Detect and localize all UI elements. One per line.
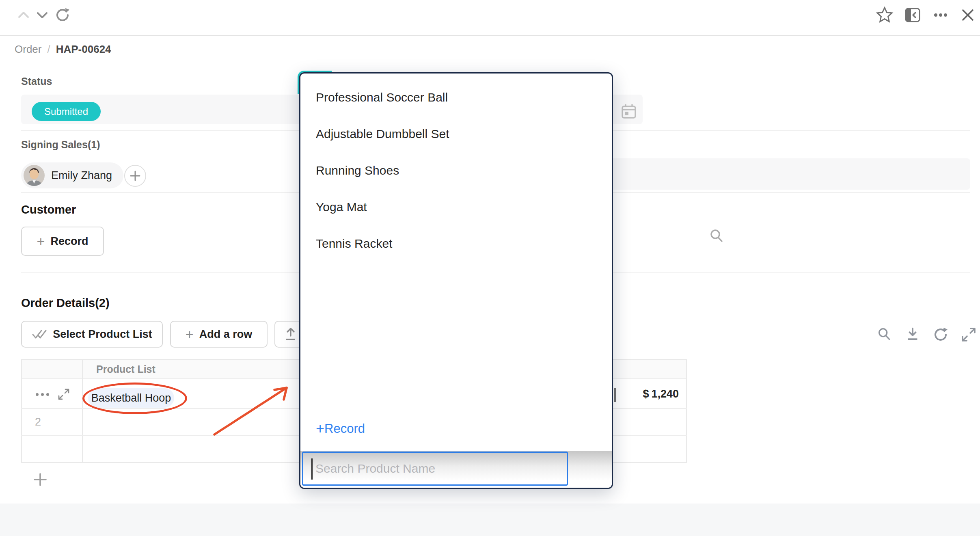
star-icon[interactable] (873, 4, 896, 26)
plus-icon: + (186, 327, 194, 341)
breadcrumb: Order / HAP-00624 (15, 43, 111, 56)
text-caret (311, 458, 313, 480)
add-customer-record-button[interactable]: + Record (21, 227, 104, 256)
breadcrumb-root[interactable]: Order (15, 43, 41, 56)
plus-icon: + (37, 234, 45, 248)
row-more-icon[interactable] (36, 393, 49, 396)
row-index: 2 (35, 416, 41, 428)
add-row-label: Add a row (199, 328, 253, 341)
dropdown-add-record-button[interactable]: + Record (316, 415, 365, 443)
record-button-label: Record (50, 235, 88, 248)
order-detail-page: Order / HAP-00624 Status Submitted Signi… (0, 0, 980, 536)
refresh-icon[interactable] (51, 4, 74, 26)
side-panel-icon[interactable] (901, 4, 924, 26)
window-toolbar (0, 0, 980, 36)
chevron-down-icon[interactable] (31, 4, 54, 26)
customer-label: Customer (21, 203, 76, 216)
breadcrumb-separator: / (47, 43, 50, 56)
product-search-input[interactable]: Search Product Name (302, 452, 568, 486)
dropdown-add-record-label: Record (324, 421, 365, 436)
add-row-button[interactable]: + Add a row (170, 321, 268, 348)
more-icon[interactable] (929, 4, 952, 26)
annotation-arrow (203, 378, 300, 447)
order-details-label: Order Details(2) (21, 296, 110, 310)
dropdown-item[interactable]: Tennis Racket (300, 225, 612, 262)
product-select-dropdown: Professional Soccer BallAdjustable Dumbb… (299, 72, 613, 489)
grid-refresh-icon[interactable] (929, 323, 952, 346)
select-product-list-button[interactable]: Select Product List (21, 321, 163, 348)
grid-search-icon[interactable] (873, 323, 896, 346)
column-header-product-list[interactable]: Product List (96, 363, 155, 375)
plus-icon: + (316, 421, 324, 436)
grid-expand-icon[interactable] (957, 323, 980, 346)
price-amount: 1,240 (651, 388, 679, 400)
close-icon[interactable] (956, 4, 979, 26)
sales-member-chip[interactable]: Emily Zhang (21, 162, 123, 188)
page-background (0, 504, 980, 536)
double-check-icon (32, 328, 47, 341)
dropdown-item[interactable]: Professional Soccer Ball (300, 79, 612, 116)
annotation-oval (82, 383, 187, 414)
calendar-icon[interactable] (620, 102, 638, 121)
breadcrumb-current: HAP-00624 (56, 43, 111, 56)
price-currency: $ (643, 388, 649, 400)
upload-icon (283, 327, 298, 341)
grid-download-icon[interactable] (901, 323, 924, 346)
dropdown-item[interactable]: Yoga Mat (300, 189, 612, 225)
select-product-list-label: Select Product List (53, 328, 152, 341)
customer-search-icon[interactable] (708, 227, 726, 245)
add-sales-button[interactable] (124, 165, 146, 187)
occluded-cell-fragment (614, 388, 616, 402)
status-label: Status (21, 76, 52, 87)
product-option-list: Professional Soccer BallAdjustable Dumbb… (300, 79, 612, 262)
signing-sales-label: Signing Sales(1) (21, 139, 100, 151)
avatar (24, 165, 45, 186)
dropdown-item[interactable]: Running Shoes (300, 152, 612, 189)
search-placeholder: Search Product Name (315, 453, 435, 484)
status-badge: Submitted (32, 102, 101, 121)
dropdown-item[interactable]: Adjustable Dumbbell Set (300, 116, 612, 152)
column-divider (82, 359, 83, 463)
sales-member-name: Emily Zhang (51, 169, 112, 182)
table-add-row-button[interactable] (32, 472, 48, 487)
row-expand-icon[interactable] (58, 388, 70, 400)
